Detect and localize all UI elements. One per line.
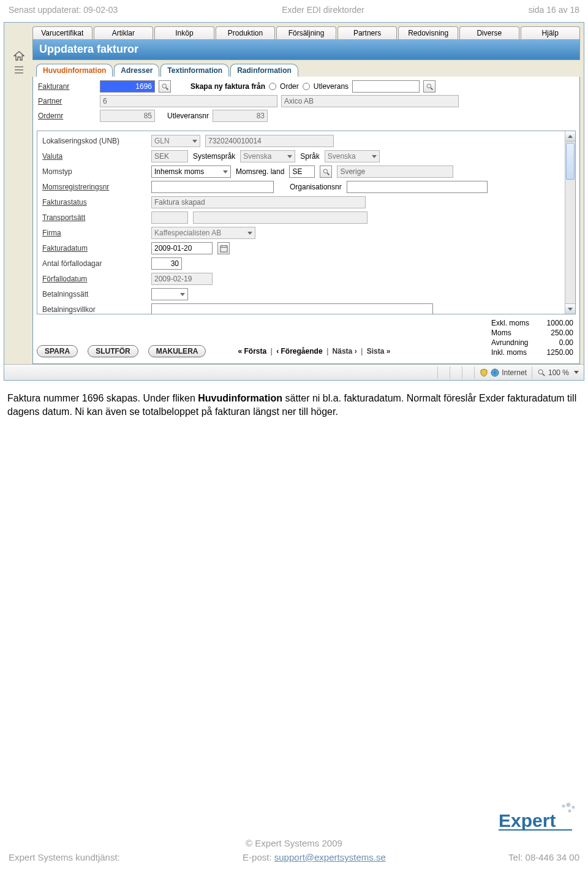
forfallodagar-field[interactable] (151, 257, 182, 270)
svg-point-14 (538, 370, 543, 374)
chevron-down-icon (574, 371, 579, 374)
nav-prev[interactable]: ‹ Föregående (276, 347, 322, 356)
svg-point-5 (427, 84, 431, 88)
forfallodatum-field (151, 273, 213, 285)
fakturastatus-label[interactable]: Fakturastatus (42, 198, 146, 207)
lookup-fakturanr-icon[interactable] (159, 80, 171, 93)
betalvillkor-field[interactable] (151, 303, 433, 314)
firma-select: Kaffespecialisten AB (151, 227, 255, 239)
nav-next[interactable]: Nästa › (333, 347, 357, 356)
form-panel: Fakturanr Skapa ny faktura från Order Ut… (32, 77, 580, 364)
menu-inkop[interactable]: Inköp (154, 26, 214, 39)
fakturanr-field[interactable] (100, 80, 155, 93)
menu-varucertifikat[interactable]: Varucertifikat (32, 26, 92, 39)
forfallodatum-label[interactable]: Förfallodatum (42, 275, 146, 283)
description-paragraph: Faktura nummer 1696 skapas. Under fliken… (0, 381, 588, 429)
application-window: Varucertifikat Artiklar Inköp Produktion… (4, 22, 584, 381)
systemsprak-label: Systemspråk (193, 152, 235, 161)
order-option-label: Order (280, 82, 299, 91)
transport-label[interactable]: Transportsätt (42, 213, 146, 222)
zoom-value: 100 % (548, 368, 569, 377)
firma-label[interactable]: Firma (42, 229, 146, 237)
avrundning-value: 0.00 (532, 338, 576, 348)
scroll-down-button[interactable] (565, 303, 575, 314)
momstyp-select[interactable]: Inhemsk moms (151, 165, 231, 178)
menu-redovisning[interactable]: Redovisning (398, 26, 458, 39)
menu-produktion[interactable]: Produktion (216, 26, 276, 39)
momstyp-label: Momstyp (42, 167, 146, 176)
betalsatt-select[interactable] (151, 288, 188, 300)
doc-page: sida 16 av 18 (529, 5, 579, 15)
nav-last[interactable]: Sista » (367, 347, 391, 356)
scrollbar[interactable] (565, 131, 575, 314)
lokaliseringskod-type-select: GLN (151, 135, 200, 147)
lokaliseringskod-label: Lokaliseringskod (UNB) (42, 137, 146, 145)
fakturadatum-label[interactable]: Fakturadatum (42, 244, 146, 253)
list-icon[interactable] (14, 66, 24, 74)
calendar-icon[interactable] (217, 242, 230, 254)
tab-huvudinformation[interactable]: Huvudinformation (36, 64, 113, 77)
partner-label[interactable]: Partner (38, 97, 96, 105)
menu-partners[interactable]: Partners (337, 26, 398, 39)
ordernr-label[interactable]: Ordernr (38, 112, 96, 120)
svg-rect-9 (220, 245, 227, 251)
momsreg-land-code-field[interactable] (289, 165, 315, 178)
menu-forsaljning[interactable]: Försäljning (276, 26, 336, 39)
momsregnr-label[interactable]: Momsregistreringsnr (42, 183, 146, 191)
menu-artiklar[interactable]: Artiklar (94, 26, 154, 39)
systemsprak-select: Svenska (240, 150, 295, 162)
utleveransnr-field (213, 110, 268, 122)
zoom-cell[interactable]: 100 % (532, 367, 584, 379)
makulera-button[interactable]: MAKULERA (148, 345, 206, 357)
zone-label: Internet (502, 368, 527, 377)
transport-code-field (151, 211, 188, 224)
lookup-momsland-icon[interactable] (320, 165, 332, 178)
scroll-up-button[interactable] (565, 131, 575, 142)
doc-title: Exder EDI direktorder (282, 5, 364, 15)
valuta-field (151, 150, 188, 162)
fakturadatum-field[interactable] (151, 242, 213, 254)
details-scroll-area: Lokaliseringskod (UNB) GLN Valuta System… (37, 131, 576, 314)
lokaliseringskod-field (205, 135, 334, 147)
menu-diverse[interactable]: Diverse (459, 26, 519, 39)
orgnr-label: Organisationsnr (290, 183, 342, 191)
inkl-value: 1250.00 (532, 348, 576, 357)
menu-hjalp[interactable]: Hjälp (521, 26, 581, 39)
tab-radinformation[interactable]: Radinformation (230, 64, 298, 77)
betalsatt-label: Betalningssätt (42, 290, 146, 299)
radio-order[interactable] (269, 83, 276, 90)
forfallodagar-label: Antal förfallodagar (42, 259, 146, 268)
partner-num-field (100, 95, 277, 107)
exkl-value: 1000.00 (532, 318, 576, 328)
record-navigation: « Första | ‹ Föregående | Nästa › | Sist… (238, 347, 390, 356)
orgnr-field[interactable] (347, 181, 488, 193)
inkl-label: Inkl. moms (489, 348, 532, 357)
fakturastatus-field (151, 196, 366, 208)
svg-line-15 (543, 373, 545, 376)
nav-first[interactable]: « Första (238, 347, 266, 356)
home-icon[interactable] (13, 51, 24, 61)
valuta-label[interactable]: Valuta (42, 152, 146, 161)
tab-adresser[interactable]: Adresser (114, 64, 159, 77)
tab-textinformation[interactable]: Textinformation (160, 64, 229, 77)
lookup-nyfaktura-icon[interactable] (423, 80, 435, 93)
scroll-thumb[interactable] (566, 143, 575, 180)
skapa-ny-label: Skapa ny faktura från (190, 82, 265, 91)
momsregnr-field[interactable] (151, 181, 274, 193)
partner-name-field (281, 95, 459, 107)
slutfor-button[interactable]: SLUTFÖR (88, 345, 138, 357)
totals-table: Exkl. moms1000.00 Moms250.00 Avrundning0… (489, 318, 576, 357)
svg-line-4 (166, 88, 168, 89)
moms-value: 250.00 (532, 328, 576, 338)
svg-point-7 (323, 169, 328, 173)
page-title: Uppdatera fakturor (32, 39, 580, 60)
transport-name-field (193, 211, 368, 224)
fakturanr-label[interactable]: Fakturanr (38, 82, 96, 91)
globe-icon (491, 368, 499, 377)
left-iconbar (7, 26, 31, 79)
ny-faktura-ref-field[interactable] (352, 80, 420, 93)
spara-button[interactable]: SPARA (37, 345, 78, 357)
moms-label: Moms (489, 328, 532, 338)
radio-utleverans[interactable] (303, 83, 310, 90)
sub-tab-row: Huvudinformation Adresser Textinformatio… (32, 60, 580, 77)
